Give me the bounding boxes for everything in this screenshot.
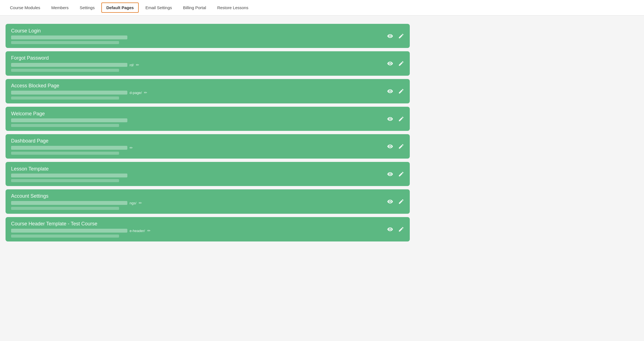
url-bar2-redacted-lesson-template (11, 179, 119, 182)
url-bar-redacted-forgot-password (11, 63, 127, 67)
view-icon-access-blocked[interactable] (387, 88, 393, 94)
url-bar2-redacted-forgot-password (11, 69, 119, 72)
view-icon-forgot-password[interactable] (387, 60, 393, 67)
main-content: Course Login Forgot Passwordrd/✏ Access … (0, 16, 415, 253)
nav-item-billing-portal[interactable]: Billing Portal (179, 3, 210, 12)
nav-item-restore-lessons[interactable]: Restore Lessons (213, 3, 253, 12)
edit-icon-course-header-template[interactable] (398, 226, 404, 232)
url-inline-edit-icon-dashboard-page[interactable]: ✏ (130, 146, 133, 150)
page-label-dashboard-page: Dashboard Page (11, 138, 382, 144)
edit-icon-access-blocked[interactable] (398, 88, 404, 94)
url-bar-redacted-welcome-page (11, 118, 127, 122)
page-label-forgot-password: Forgot Password (11, 55, 382, 61)
page-row-access-blocked: Access Blocked Paged-page/✏ (6, 79, 410, 103)
page-label-access-blocked: Access Blocked Page (11, 83, 382, 89)
url-bar2-redacted-course-login (11, 41, 119, 44)
url-bar2-redacted-dashboard-page (11, 152, 119, 155)
edit-icon-lesson-template[interactable] (398, 171, 404, 177)
page-row-course-header-template: Course Header Template - Test Coursee-he… (6, 217, 410, 241)
nav-item-members[interactable]: Members (47, 3, 73, 12)
nav-item-default-pages[interactable]: Default Pages (101, 2, 139, 13)
url-bar2-redacted-welcome-page (11, 124, 119, 127)
edit-icon-account-settings[interactable] (398, 199, 404, 205)
page-label-lesson-template: Lesson Template (11, 166, 382, 172)
edit-icon-forgot-password[interactable] (398, 60, 404, 67)
url-bar-redacted-account-settings (11, 201, 127, 205)
page-row-dashboard-page: Dashboard Page✏ (6, 134, 410, 159)
view-icon-lesson-template[interactable] (387, 171, 393, 177)
url-inline-edit-icon-account-settings[interactable]: ✏ (139, 201, 142, 205)
url-inline-edit-icon-access-blocked[interactable]: ✏ (144, 90, 147, 95)
view-icon-dashboard-page[interactable] (387, 143, 393, 149)
page-row-lesson-template: Lesson Template (6, 162, 410, 186)
url-suffix-account-settings: ngs/ (130, 201, 136, 205)
url-bar-redacted-dashboard-page (11, 146, 127, 150)
url-bar-redacted-access-blocked (11, 91, 127, 95)
url-suffix-forgot-password: rd/ (130, 63, 134, 67)
url-bar2-redacted-access-blocked (11, 96, 119, 100)
url-suffix-access-blocked: d-page/ (130, 91, 142, 95)
url-bar-redacted-course-login (11, 35, 127, 39)
edit-icon-course-login[interactable] (398, 33, 404, 39)
page-label-course-header-template: Course Header Template - Test Course (11, 221, 382, 227)
page-label-account-settings: Account Settings (11, 193, 382, 199)
url-bar-redacted-lesson-template (11, 174, 127, 177)
page-row-forgot-password: Forgot Passwordrd/✏ (6, 51, 410, 76)
nav-item-settings[interactable]: Settings (75, 3, 99, 12)
url-suffix-course-header-template: e-header/ (130, 229, 145, 233)
url-bar-redacted-course-header-template (11, 229, 127, 233)
page-row-account-settings: Account Settingsngs/✏ (6, 189, 410, 214)
page-row-welcome-page: Welcome Page (6, 107, 410, 131)
page-label-course-login: Course Login (11, 28, 382, 34)
nav-item-email-settings[interactable]: Email Settings (141, 3, 176, 12)
url-bar2-redacted-course-header-template (11, 235, 119, 238)
page-label-welcome-page: Welcome Page (11, 111, 382, 117)
view-icon-course-header-template[interactable] (387, 226, 393, 232)
nav-item-course-modules[interactable]: Course Modules (6, 3, 45, 12)
edit-icon-welcome-page[interactable] (398, 116, 404, 122)
view-icon-course-login[interactable] (387, 33, 393, 39)
url-bar2-redacted-account-settings (11, 207, 119, 210)
url-inline-edit-icon-forgot-password[interactable]: ✏ (136, 63, 139, 67)
nav-bar: Course ModulesMembersSettingsDefault Pag… (0, 0, 644, 16)
page-row-course-login: Course Login (6, 24, 410, 48)
edit-icon-dashboard-page[interactable] (398, 143, 404, 149)
view-icon-welcome-page[interactable] (387, 116, 393, 122)
view-icon-account-settings[interactable] (387, 199, 393, 205)
url-inline-edit-icon-course-header-template[interactable]: ✏ (147, 228, 151, 233)
